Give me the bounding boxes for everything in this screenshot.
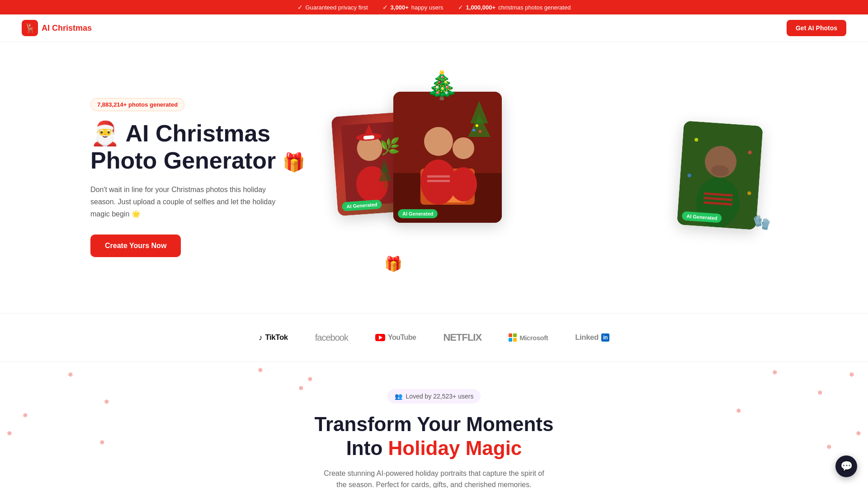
banner-item-photos: ✓ 1,000,000+ christmas photos generated xyxy=(458,4,571,11)
snowflake-12: ❄ xyxy=(856,430,861,437)
check-icon-3: ✓ xyxy=(458,4,463,11)
banner-item-privacy: ✓ Guaranteed privacy first xyxy=(297,4,368,11)
snowflake-8: ❄ xyxy=(849,371,854,378)
photos-badge: 7,883,214+ photos generated xyxy=(90,98,184,111)
chat-button[interactable]: 💬 xyxy=(835,455,857,477)
loved-badge: 👥 Loved by 22,523+ users xyxy=(387,389,481,404)
brand-linkedin: Linked in xyxy=(575,333,609,342)
transform-title-into: Into xyxy=(346,437,388,459)
snowflake-11: ❄ xyxy=(7,430,12,437)
ms-cell-1 xyxy=(509,333,512,337)
chat-icon: 💬 xyxy=(840,460,853,472)
navbar: 🦌 AI Christmas Get AI Photos xyxy=(0,14,868,42)
brand-facebook: facebook xyxy=(315,333,348,343)
ms-cell-4 xyxy=(513,338,517,342)
transform-title: Transform Your Moments Into Holiday Magi… xyxy=(36,413,832,460)
holly-decoration: 🌿 xyxy=(380,137,400,156)
svg-rect-17 xyxy=(427,175,450,178)
hero-gift-emoji: 🎁 xyxy=(283,152,305,172)
hero-cta-button[interactable]: Create Yours Now xyxy=(90,235,181,257)
linkedin-icon: in xyxy=(601,333,609,342)
loved-text: Loved by 22,523+ users xyxy=(406,393,474,400)
snowflake-1: ❄ xyxy=(68,371,73,378)
brand-netflix: NETFLIX xyxy=(443,332,481,343)
hero-images: 🎄 🌿 🎁 🧤 xyxy=(335,69,796,286)
netflix-label: NETFLIX xyxy=(443,332,481,343)
gift-decoration: 🎁 xyxy=(384,255,402,272)
users-bold: 3,000+ xyxy=(391,4,409,11)
svg-point-20 xyxy=(450,167,477,202)
loved-icon: 👥 xyxy=(395,393,402,400)
mittens-decoration: 🧤 xyxy=(753,214,771,231)
svg-point-19 xyxy=(453,137,474,159)
hero-description: Don't wait in line for your Christmas ph… xyxy=(90,183,280,221)
snowflake-3: ❄ xyxy=(258,366,263,374)
ai-badge-main: AI Generated xyxy=(398,209,438,218)
svg-point-21 xyxy=(476,124,478,127)
transform-description: Create stunning AI-powered holiday portr… xyxy=(321,468,547,488)
ms-cell-3 xyxy=(509,338,512,342)
tiktok-icon: ♪ xyxy=(259,333,263,343)
logo-icon: 🦌 xyxy=(22,20,38,36)
logo-link[interactable]: 🦌 AI Christmas xyxy=(22,20,92,36)
hero-left: 7,883,214+ photos generated 🎅 AI Christm… xyxy=(90,98,316,257)
snowflake-10: ❄ xyxy=(23,412,28,419)
snowflake-5: ❄ xyxy=(307,375,313,383)
check-icon: ✓ xyxy=(297,4,303,11)
svg-point-23 xyxy=(472,129,475,131)
brands-section: ♪ TikTok facebook YouTube NETFLIX Micros… xyxy=(0,313,868,362)
check-icon-2: ✓ xyxy=(382,4,388,11)
tiktok-label: TikTok xyxy=(265,333,288,342)
wreath-decoration: 🎄 xyxy=(425,69,459,101)
svg-rect-18 xyxy=(427,180,450,182)
users-text: happy users xyxy=(411,4,443,11)
logo-emoji: 🦌 xyxy=(24,23,36,33)
snowflake-7: ❄ xyxy=(817,389,823,396)
bottom-section: ❄ ❄ ❄ ❄ ❄ ❄ ❄ ❄ ❄ ❄ ❄ ❄ ❄ ❄ 👥 Loved by 2… xyxy=(0,362,868,488)
microsoft-label: Microsoft xyxy=(519,334,548,342)
photo-card-right: AI Generated xyxy=(677,121,763,230)
hero-title: 🎅 AI Christmas Photo Generator 🎁 xyxy=(90,120,316,174)
photos-text: christmas photos generated xyxy=(498,4,571,11)
svg-point-22 xyxy=(479,130,481,133)
brand-youtube: YouTube xyxy=(375,333,416,342)
privacy-text: Guaranteed privacy first xyxy=(306,4,368,11)
photo-bg-main xyxy=(393,92,502,223)
photo-card-main: AI Generated xyxy=(393,92,502,223)
banner-item-users: ✓ 3,000+ happy users xyxy=(382,4,443,11)
hero-section: 7,883,214+ photos generated 🎅 AI Christm… xyxy=(0,42,868,313)
nav-cta-button[interactable]: Get AI Photos xyxy=(787,20,846,36)
microsoft-icon xyxy=(509,333,517,342)
brand-tiktok: ♪ TikTok xyxy=(259,333,288,343)
svg-rect-4 xyxy=(363,135,374,140)
snowflake-4: ❄ xyxy=(298,385,304,392)
brand-microsoft: Microsoft xyxy=(509,333,548,342)
snowflake-6: ❄ xyxy=(772,369,778,376)
snowflake-2: ❄ xyxy=(104,398,109,405)
youtube-label: YouTube xyxy=(388,333,416,342)
ms-cell-2 xyxy=(513,333,517,337)
facebook-label: facebook xyxy=(315,333,348,343)
hero-title-line1: AI Christmas xyxy=(126,120,271,146)
hero-title-line2: Photo Generator xyxy=(90,147,276,174)
hero-title-emoji: 🎅 xyxy=(90,120,120,146)
photos-bold: 1,000,000+ xyxy=(466,4,495,11)
top-banner: ✓ Guaranteed privacy first ✓ 3,000+ happ… xyxy=(0,0,868,14)
linkedin-label: Linked xyxy=(575,333,599,342)
youtube-icon xyxy=(375,334,385,341)
logo-text: AI Christmas xyxy=(42,23,92,33)
transform-title-line1: Transform Your Moments xyxy=(315,413,554,435)
transform-title-highlight: Holiday Magic xyxy=(388,437,522,459)
svg-rect-8 xyxy=(384,181,387,188)
svg-point-15 xyxy=(424,127,453,156)
